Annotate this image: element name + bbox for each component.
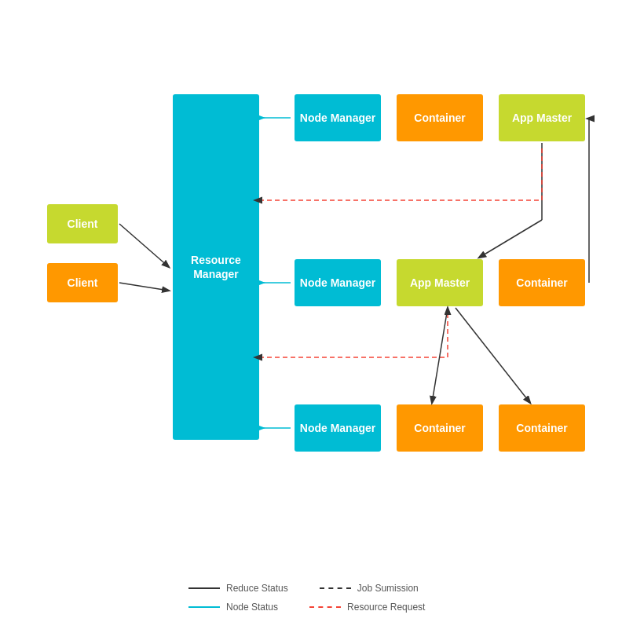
- app-master-2-box: App Master: [397, 259, 483, 306]
- resource-manager-box: Resource Manager: [173, 94, 259, 440]
- legend-reduce-status: Reduce Status: [188, 583, 288, 594]
- node-manager-1-box: Node Manager: [295, 94, 381, 141]
- container-3-box: Container: [397, 404, 483, 452]
- container-2-box: Container: [499, 259, 585, 306]
- container-1-box: Container: [397, 94, 483, 141]
- legend-job-submission: Job Sumission: [320, 583, 419, 594]
- app-master-1-box: App Master: [499, 94, 585, 141]
- svg-line-0: [119, 224, 169, 267]
- svg-line-15: [432, 308, 448, 403]
- legend-node-status: Node Status: [188, 602, 278, 613]
- node-manager-2-box: Node Manager: [295, 259, 381, 306]
- legend: Reduce Status Job Sumission Node Status …: [188, 583, 425, 613]
- client1-box: Client: [47, 204, 118, 243]
- legend-line-solid-black: [188, 587, 220, 589]
- node-manager-3-box: Node Manager: [295, 404, 381, 452]
- client2-box: Client: [47, 263, 118, 302]
- svg-line-16: [456, 308, 530, 403]
- legend-line-dashed-red: [309, 606, 341, 608]
- diagram-area: Resource Manager Client Client Node Mana…: [31, 47, 613, 542]
- legend-line-solid-cyan: [188, 606, 220, 608]
- svg-line-6: [479, 220, 542, 258]
- legend-resource-request: Resource Request: [309, 602, 425, 613]
- legend-line-dashed-black: [320, 587, 351, 589]
- svg-line-1: [119, 283, 169, 291]
- legend-row-1: Reduce Status Job Sumission: [188, 583, 425, 594]
- legend-row-2: Node Status Resource Request: [188, 602, 425, 613]
- container-4-box: Container: [499, 404, 585, 452]
